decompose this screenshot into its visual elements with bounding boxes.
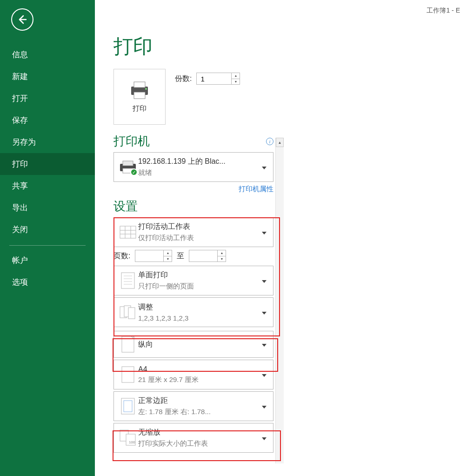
printer-status: 就绪 — [138, 168, 260, 177]
print-pane: 打印 打印 份数: ▲ ▼ — [95, 0, 460, 476]
svg-rect-5 — [123, 161, 133, 166]
margins-icon — [121, 398, 135, 415]
scaling-line1: 无缩放 — [138, 428, 260, 437]
pages-to-field[interactable] — [189, 250, 217, 261]
sides-line2: 只打印一侧的页面 — [138, 282, 260, 291]
margins-select[interactable]: 正常边距 左: 1.78 厘米 右: 1.78... — [113, 391, 273, 421]
printer-properties-link[interactable]: 打印机属性 — [239, 185, 273, 193]
page-blank-icon — [121, 366, 134, 383]
pages-from-input[interactable]: ▲ ▼ — [135, 250, 172, 262]
pages-to-label: 至 — [177, 251, 184, 261]
orientation-select[interactable]: 纵向 — [113, 331, 273, 358]
scroll-up-icon[interactable]: ▲ — [276, 138, 284, 147]
copies-label: 份数: — [175, 74, 192, 84]
paper-line2: 21 厘米 x 29.7 厘米 — [138, 375, 260, 384]
settings-scrollbar[interactable]: ▲ — [275, 138, 284, 463]
printer-icon — [128, 81, 151, 100]
page-title: 打印 — [113, 34, 460, 60]
margins-line2: 左: 1.78 厘米 右: 1.78... — [138, 408, 260, 416]
sidebar-item-close[interactable]: 关闭 — [0, 219, 95, 241]
sidebar-item-export[interactable]: 导出 — [0, 197, 95, 219]
pages-range-row: 页数: ▲ ▼ 至 ▲ ▼ — [113, 250, 273, 262]
spin-up-icon[interactable]: ▲ — [218, 250, 226, 256]
svg-rect-1 — [134, 82, 145, 87]
printer-device-icon: ✓ — [119, 160, 137, 174]
sidebar-item-account[interactable]: 帐户 — [0, 249, 95, 271]
pages-to-spinner[interactable]: ▲ ▼ — [217, 250, 226, 261]
chevron-down-icon — [260, 163, 268, 171]
orientation-line1: 纵向 — [138, 340, 260, 349]
sidebar-item-save-as[interactable]: 另存为 — [0, 131, 95, 153]
copies-spinner[interactable]: ▲ ▼ — [231, 73, 240, 84]
print-area-line2: 仅打印活动工作表 — [138, 234, 260, 242]
printer-select[interactable]: ✓ 192.168.1.139 上的 Blac... 就绪 — [113, 152, 273, 182]
chevron-down-icon — [260, 276, 268, 285]
collate-icon — [120, 305, 136, 319]
sidebar-item-options[interactable]: 选项 — [0, 271, 95, 293]
collation-line1: 调整 — [138, 302, 260, 312]
sidebar-menu: 信息 新建 打开 保存 另存为 打印 共享 导出 关闭 帐户 选项 — [0, 44, 95, 293]
sidebar-item-save[interactable]: 保存 — [0, 109, 95, 131]
paper-line1: A4 — [138, 365, 260, 374]
printer-name: 192.168.1.139 上的 Blac... — [138, 157, 260, 167]
spin-up-icon[interactable]: ▲ — [164, 250, 172, 256]
pages-from-spinner[interactable]: ▲ ▼ — [163, 250, 172, 261]
collation-select[interactable]: 调整 1,2,3 1,2,3 1,2,3 — [113, 297, 273, 327]
back-button[interactable] — [11, 8, 33, 31]
scaling-icon: 100 — [120, 429, 136, 446]
print-area-select[interactable]: 打印活动工作表 仅打印活动工作表 — [113, 217, 273, 247]
sidebar-item-open[interactable]: 打开 — [0, 87, 95, 109]
svg-rect-19 — [128, 308, 135, 319]
paper-size-select[interactable]: A4 21 厘米 x 29.7 厘米 — [113, 360, 273, 389]
collation-line2: 1,2,3 1,2,3 1,2,3 — [138, 314, 260, 322]
pages-to-input[interactable]: ▲ ▼ — [189, 250, 226, 262]
backstage-sidebar: 信息 新建 打开 保存 另存为 打印 共享 导出 关闭 帐户 选项 — [0, 0, 95, 476]
sides-select[interactable]: 单面打印 只打印一侧的页面 — [113, 266, 273, 295]
page-single-icon — [121, 272, 135, 289]
printer-section-title: 打印机 i — [113, 133, 273, 149]
svg-rect-2 — [134, 92, 145, 99]
sidebar-item-share[interactable]: 共享 — [0, 175, 95, 197]
spin-down-icon[interactable]: ▼ — [232, 79, 240, 85]
spin-up-icon[interactable]: ▲ — [232, 73, 240, 79]
spin-down-icon[interactable]: ▼ — [164, 256, 172, 262]
scaling-select[interactable]: 100 无缩放 打印实际大小的工作表 — [113, 423, 273, 453]
chevron-down-icon — [260, 402, 268, 410]
sidebar-divider — [9, 245, 86, 246]
svg-rect-20 — [122, 336, 134, 352]
scaling-line2: 打印实际大小的工作表 — [138, 439, 260, 448]
info-icon[interactable]: i — [266, 138, 273, 145]
svg-rect-12 — [121, 273, 134, 288]
spin-down-icon[interactable]: ▼ — [218, 256, 226, 262]
pages-from-field[interactable] — [135, 250, 163, 261]
svg-rect-7 — [120, 226, 136, 238]
margins-line1: 正常边距 — [138, 396, 260, 406]
print-area-line1: 打印活动工作表 — [138, 222, 260, 232]
print-button-label: 打印 — [133, 104, 147, 113]
printer-section-title-text: 打印机 — [113, 133, 150, 149]
copies-row: 份数: ▲ ▼ — [175, 73, 240, 85]
sidebar-item-info[interactable]: 信息 — [0, 44, 95, 66]
print-button[interactable]: 打印 — [113, 69, 166, 125]
chevron-down-icon — [260, 228, 268, 236]
svg-text:100: 100 — [129, 440, 135, 444]
chevron-down-icon — [260, 308, 268, 316]
copies-input[interactable]: ▲ ▼ — [196, 73, 240, 85]
settings-section-title-text: 设置 — [113, 198, 138, 215]
chevron-down-icon — [260, 370, 268, 379]
pages-label: 页数: — [113, 251, 130, 261]
settings-section-title: 设置 — [113, 198, 273, 215]
copies-value-field[interactable] — [197, 73, 231, 84]
svg-point-3 — [145, 88, 147, 90]
chevron-down-icon — [260, 434, 268, 442]
sheets-icon — [120, 226, 136, 239]
portrait-icon — [121, 336, 134, 353]
sidebar-item-new[interactable]: 新建 — [0, 66, 95, 87]
sidebar-item-print[interactable]: 打印 — [0, 153, 95, 175]
chevron-down-icon — [260, 340, 268, 349]
svg-rect-21 — [122, 367, 134, 382]
sides-line1: 单面打印 — [138, 270, 260, 280]
arrow-left-icon — [17, 14, 28, 25]
check-icon: ✓ — [130, 168, 138, 176]
